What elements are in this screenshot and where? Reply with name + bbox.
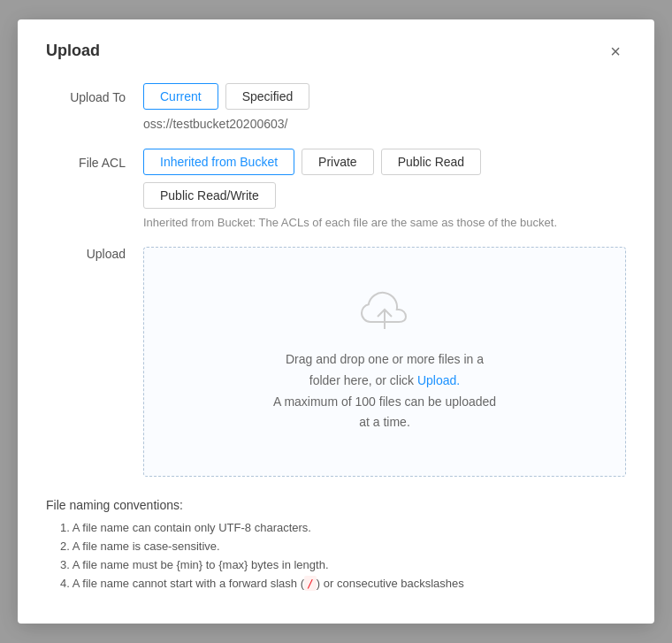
acl-public-read-write-button[interactable]: Public Read/Write: [143, 182, 276, 209]
file-acl-label: File ACL: [46, 149, 143, 170]
acl-description: Inherited from Bucket: The ACLs of each …: [143, 216, 626, 229]
upload-drag-text: Drag and drop one or more files in a fol…: [273, 349, 496, 433]
acl-public-read-button[interactable]: Public Read: [381, 149, 482, 175]
upload-link[interactable]: Upload.: [417, 373, 460, 387]
file-acl-row: File ACL Inherited from Bucket Private P…: [46, 149, 626, 229]
naming-rule-3: 3. A file name must be {min} to {max} by…: [53, 558, 626, 571]
modal-header: Upload ×: [46, 41, 626, 62]
upload-dropzone[interactable]: Drag and drop one or more files in a fol…: [143, 247, 626, 477]
upload-to-label: Upload To: [46, 83, 143, 104]
naming-rule-4-text: 4. A file name cannot start with a forwa…: [60, 576, 464, 591]
upload-dropzone-row: Upload Drag and drop one or more files i…: [46, 247, 626, 477]
file-acl-content: Inherited from Bucket Private Public Rea…: [143, 149, 626, 229]
acl-inherited-button[interactable]: Inherited from Bucket: [143, 149, 294, 175]
upload-to-content: Current Specified oss://testbucket202006…: [143, 83, 626, 131]
upload-to-current-button[interactable]: Current: [143, 83, 218, 110]
upload-drag-line4: at a time.: [359, 415, 410, 429]
upload-modal: Upload × Upload To Current Specified oss…: [18, 19, 654, 624]
upload-drag-line3: A maximum of 100 files can be uploaded: [273, 394, 496, 409]
upload-to-btn-group: Current Specified: [143, 83, 626, 110]
cloud-upload-icon: [358, 290, 411, 335]
upload-area-label: Upload: [46, 247, 143, 261]
naming-rule-2: 2. A file name is case-sensitive.: [53, 540, 626, 553]
acl-private-button[interactable]: Private: [302, 149, 374, 175]
file-acl-btn-group-2: Public Read/Write: [143, 182, 626, 209]
file-acl-btn-group: Inherited from Bucket Private Public Rea…: [143, 149, 626, 175]
upload-to-path: oss://testbucket20200603/: [143, 117, 626, 131]
upload-area-content: Drag and drop one or more files in a fol…: [143, 247, 626, 477]
naming-rule-4: 4. A file name cannot start with a forwa…: [53, 577, 626, 590]
upload-to-specified-button[interactable]: Specified: [225, 83, 310, 110]
modal-title: Upload: [46, 42, 100, 60]
upload-drag-line2: folder here, or click: [309, 373, 414, 387]
close-button[interactable]: ×: [605, 41, 626, 62]
slash-highlight: /: [304, 576, 317, 591]
naming-rule-1: 1. A file name can contain only UTF-8 ch…: [53, 521, 626, 534]
upload-to-row: Upload To Current Specified oss://testbu…: [46, 83, 626, 131]
upload-drag-line1: Drag and drop one or more files in a: [286, 352, 484, 366]
modal-overlay: Upload × Upload To Current Specified oss…: [0, 0, 672, 643]
naming-list: 1. A file name can contain only UTF-8 ch…: [46, 521, 626, 590]
naming-title: File naming conventions:: [46, 498, 626, 512]
naming-section: File naming conventions: 1. A file name …: [46, 498, 626, 590]
